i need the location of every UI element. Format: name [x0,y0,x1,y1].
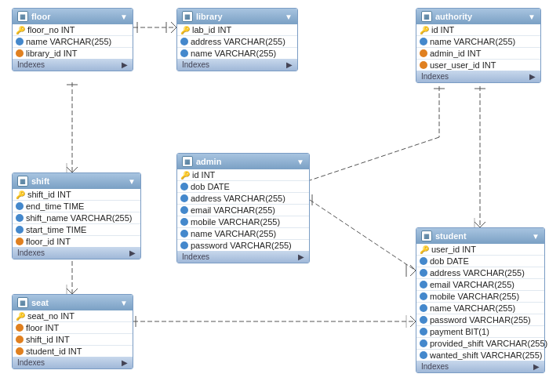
field-icon [420,328,427,336]
field-icon [420,257,427,265]
table-floor-indexes[interactable]: Indexes ▶ [13,59,133,71]
fk-icon [16,49,24,57]
indexes-arrow: ▶ [122,358,128,367]
indexes-arrow: ▶ [533,362,540,371]
field-student-mobile: mobile VARCHAR(255) [416,291,544,303]
key-icon: 🔑 [16,26,25,34]
table-shift-arrow[interactable]: ▼ [128,177,136,186]
table-authority-icon: ▦ [421,11,432,22]
field-icon [16,214,24,222]
table-authority-body: 🔑 id INT name VARCHAR(255) admin_id INT … [416,24,540,71]
table-shift-body: 🔑 shift_id INT end_time TIME shift_name … [13,189,140,247]
indexes-arrow: ▶ [129,249,136,257]
table-student-indexes[interactable]: Indexes ▶ [416,361,544,372]
table-authority[interactable]: ▦ authority ▼ 🔑 id INT name VARCHAR(255)… [416,8,541,83]
field-icon [16,202,24,210]
fk-icon [420,61,427,69]
key-icon: 🔑 [16,191,25,199]
field-auth-id: 🔑 id INT [416,24,540,36]
svg-line-23 [474,222,480,227]
field-admin-password: password VARCHAR(255) [177,240,309,251]
field-seat-shift-id: shift_id INT [13,334,133,346]
field-admin-email: email VARCHAR(255) [177,205,309,216]
table-seat-icon: ▦ [17,297,28,308]
table-admin-header: ▦ admin ▼ [177,154,309,169]
field-icon [180,38,188,45]
field-admin-name: name VARCHAR(255) [177,228,309,240]
field-shift-id: 🔑 shift_id INT [13,189,140,201]
table-shift-title: shift [31,176,49,186]
fk-icon [16,324,24,332]
field-icon [420,339,427,347]
field-floor-name: name VARCHAR(255) [13,36,133,48]
svg-line-2 [171,27,176,33]
table-student-arrow[interactable]: ▼ [532,232,540,241]
table-authority-header: ▦ authority ▼ [416,9,540,24]
field-shift-name: shift_name VARCHAR(255) [13,212,140,224]
svg-line-27 [310,200,416,270]
table-floor[interactable]: ▦ floor ▼ 🔑 floor_no INT name VARCHAR(25… [12,8,133,71]
field-icon [16,226,24,234]
field-admin-dob: dob DATE [177,181,309,193]
fk-icon [420,49,427,57]
table-floor-header: ▦ floor ▼ [13,9,133,24]
er-diagram: ▦ floor ▼ 🔑 floor_no INT name VARCHAR(25… [0,0,549,392]
table-authority-indexes[interactable]: Indexes ▶ [416,71,540,82]
table-seat-body: 🔑 seat_no INT floor INT shift_id INT stu… [13,310,133,357]
key-icon: 🔑 [420,26,429,34]
table-student[interactable]: ▦ student ▼ 🔑 user_id INT dob DATE addre… [416,227,545,373]
table-seat-arrow[interactable]: ▼ [120,299,128,307]
svg-line-34 [410,321,416,327]
table-seat-indexes[interactable]: Indexes ▶ [13,357,133,368]
table-admin-arrow[interactable]: ▼ [296,158,304,166]
field-student-dob: dob DATE [416,256,544,267]
field-icon [180,183,188,191]
table-library-title: library [196,12,223,21]
table-student-header: ▦ student ▼ [416,228,544,244]
fk-icon [16,336,24,343]
field-student-wanted-shift: wanted_shift VARCHAR(255) [416,350,544,361]
field-icon [420,281,427,289]
field-lib-name: name VARCHAR(255) [177,48,297,59]
table-floor-icon: ▦ [17,11,28,22]
indexes-arrow: ▶ [122,60,128,69]
table-admin[interactable]: ▦ admin ▼ 🔑 id INT dob DATE address VARC… [176,153,310,263]
table-library-indexes[interactable]: Indexes ▶ [177,59,297,71]
svg-line-17 [310,137,439,180]
field-icon [180,230,188,238]
field-icon [420,38,427,45]
table-seat[interactable]: ▦ seat ▼ 🔑 seat_no INT floor INT shift_i… [12,294,133,369]
field-icon [180,49,188,57]
field-icon [180,241,188,249]
field-seat-no: 🔑 seat_no INT [13,310,133,322]
table-library-arrow[interactable]: ▼ [285,13,293,21]
fk-icon [16,38,24,45]
key-icon: 🔑 [16,312,25,321]
table-library[interactable]: ▦ library ▼ 🔑 lab_id INT address VARCHAR… [176,8,298,71]
table-shift[interactable]: ▦ shift ▼ 🔑 shift_id INT end_time TIME s… [12,172,141,260]
table-shift-icon: ▦ [17,176,28,187]
field-floor-id: floor_id INT [13,236,140,247]
field-icon [420,351,427,359]
table-shift-header: ▦ shift ▼ [13,173,140,189]
table-admin-indexes[interactable]: Indexes ▶ [177,251,309,263]
field-student-address: address VARCHAR(255) [416,267,544,279]
field-icon [180,218,188,226]
table-student-body: 🔑 user_id INT dob DATE address VARCHAR(2… [416,244,544,361]
svg-line-33 [410,316,416,321]
table-student-title: student [435,231,467,241]
table-floor-title: floor [31,12,50,21]
field-icon [420,292,427,300]
table-authority-arrow[interactable]: ▼ [528,13,536,21]
table-student-icon: ▦ [421,230,432,241]
table-floor-arrow[interactable]: ▼ [120,13,128,21]
field-student-email: email VARCHAR(255) [416,279,544,291]
field-end-time: end_time TIME [13,201,140,212]
table-shift-indexes[interactable]: Indexes ▶ [13,247,140,259]
svg-line-24 [480,222,485,227]
field-student-user-id: 🔑 user_id INT [416,244,544,256]
table-seat-header: ▦ seat ▼ [13,295,133,310]
table-authority-title: authority [435,12,472,21]
field-icon [180,194,188,202]
field-icon [180,206,188,214]
